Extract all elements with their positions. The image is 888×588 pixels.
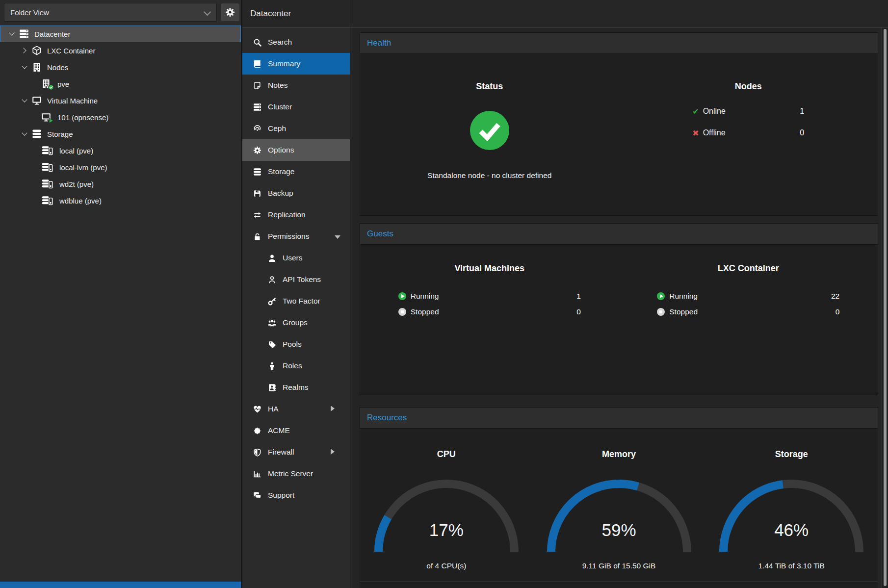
tree-item-virtual-machine[interactable]: Virtual Machine (0, 92, 241, 109)
building-icon (32, 62, 42, 72)
stop-circle-icon (398, 308, 406, 316)
ceph-icon (253, 125, 261, 133)
tree-bottom-splitter[interactable] (0, 582, 241, 588)
tree-item-lxc-container[interactable]: LXC Container (0, 42, 241, 59)
menu-item-metric-server[interactable]: Metric Server (242, 463, 350, 485)
vm-stopped-row: Stopped 0 (398, 304, 581, 320)
storage-percent: 46% (713, 520, 870, 540)
status-message: Standalone node - no cluster defined (427, 171, 551, 180)
virtual-machines-header: Virtual Machines (454, 263, 524, 274)
tree-item-storage-local-lvm[interactable]: local-lvm (pve) (0, 159, 241, 176)
gear-icon (225, 7, 235, 17)
content-scrollbar-thumb[interactable] (884, 29, 887, 586)
person-icon (268, 362, 276, 370)
building-check-icon (41, 79, 52, 89)
address-book-icon (268, 383, 276, 392)
server-rack-icon (253, 103, 261, 111)
gear-icon (253, 146, 261, 154)
menu-item-support[interactable]: Support (242, 485, 350, 506)
nodes-offline-row: Offline 0 (692, 122, 804, 144)
resources-row-separator (360, 581, 878, 582)
play-circle-icon (657, 292, 665, 300)
menu-item-summary[interactable]: Summary (242, 53, 350, 75)
tree-settings-button[interactable] (220, 3, 240, 22)
tree-item-pve[interactable]: pve (0, 76, 241, 92)
view-selector-combobox[interactable]: Folder View (4, 3, 217, 22)
database-drive-icon (41, 146, 54, 155)
tree-menu-divider (241, 0, 242, 588)
summary-content: Health Status Standalone node - no clust… (350, 27, 888, 588)
menu-item-backup[interactable]: Backup (242, 182, 350, 204)
caret-right-icon (331, 449, 335, 455)
menu-item-permissions[interactable]: Permissions (242, 226, 350, 247)
menu-item-roles[interactable]: Roles (242, 355, 350, 377)
cpu-detail: of 4 CPU(s) (426, 562, 466, 570)
view-selector-value: Folder View (10, 8, 49, 17)
menu-item-users[interactable]: Users (242, 247, 350, 269)
database-icon (253, 168, 261, 176)
lxc-running-count: 22 (831, 292, 839, 301)
database-drive-icon (41, 196, 54, 205)
content-scrollbar-track[interactable] (881, 27, 888, 588)
tree-item-vm-101-opnsense[interactable]: 101 (opnsense) (0, 109, 241, 126)
online-count: 1 (800, 107, 804, 116)
menu-item-acme[interactable]: ACME (242, 420, 350, 441)
lxc-stopped-count: 0 (836, 307, 840, 316)
cpu-gauge-column: CPU 17% of 4 CPU(s) (360, 429, 533, 588)
menu-item-two-factor[interactable]: Two Factor (242, 290, 350, 312)
vm-stopped-count: 0 (576, 307, 581, 316)
menu-item-cluster[interactable]: Cluster (242, 96, 350, 118)
nodes-online-row: Online 1 (692, 101, 804, 122)
menu-item-api-tokens[interactable]: API Tokens (242, 269, 350, 290)
tag-icon (268, 340, 276, 349)
database-icon (32, 129, 42, 139)
page-title: Datacenter (250, 9, 291, 19)
chevron-down-icon (22, 131, 28, 137)
cross-icon (692, 128, 699, 138)
menu-item-pools[interactable]: Pools (242, 333, 350, 355)
desktop-icon (32, 96, 42, 105)
certificate-burst-icon (253, 427, 261, 435)
resource-tree-panel: Folder View Datacenter LXC Container Nod… (0, 0, 241, 588)
memory-gauge: 59% (541, 473, 698, 554)
chevron-down-icon (22, 98, 28, 104)
menu-item-ceph[interactable]: Ceph (242, 118, 350, 139)
memory-percent: 59% (541, 520, 698, 540)
menu-item-realms[interactable]: Realms (242, 377, 350, 398)
menu-item-ha[interactable]: HA (242, 398, 350, 420)
tree-item-storage-local[interactable]: local (pve) (0, 142, 241, 159)
menu-item-firewall[interactable]: Firewall (242, 441, 350, 463)
comments-icon (253, 491, 261, 500)
user-outline-icon (268, 276, 276, 284)
floppy-icon (253, 189, 261, 198)
tree-item-datacenter[interactable]: Datacenter (0, 26, 241, 42)
stop-circle-icon (657, 308, 665, 316)
chevron-right-icon (22, 48, 28, 54)
menu-item-storage[interactable]: Storage (242, 161, 350, 182)
chevron-down-icon (22, 64, 28, 71)
search-icon (253, 38, 261, 47)
caret-right-icon (331, 406, 335, 411)
menu-item-options[interactable]: Options (242, 139, 350, 161)
tree-item-storage-wd2t[interactable]: wd2t (pve) (0, 176, 241, 192)
vm-running-count: 1 (576, 292, 581, 301)
storage-gauge: 46% (713, 473, 870, 554)
tree-item-storage[interactable]: Storage (0, 126, 241, 142)
guests-vm-column: Virtual Machines Running 1 Stopped 0 (360, 245, 619, 395)
unlock-icon (253, 232, 261, 241)
resources-panel: Resources CPU 17% of 4 CPU(s) Memory (360, 407, 878, 588)
menu-item-notes[interactable]: Notes (242, 75, 350, 96)
resource-tree: Datacenter LXC Container Nodes pve Virtu… (0, 26, 241, 209)
menu-item-search[interactable]: Search (242, 31, 350, 53)
health-panel: Health Status Standalone node - no clust… (360, 32, 878, 216)
menu-item-groups[interactable]: Groups (242, 312, 350, 333)
tree-item-nodes[interactable]: Nodes (0, 59, 241, 76)
storage-gauge-column: Storage 46% 1.44 TiB of 3.10 TiB (705, 429, 878, 588)
cpu-percent: 17% (368, 520, 525, 540)
memory-header: Memory (602, 449, 636, 460)
tree-item-storage-wdblue[interactable]: wdblue (pve) (0, 192, 241, 209)
menu-item-replication[interactable]: Replication (242, 204, 350, 226)
offline-count: 0 (800, 128, 804, 137)
note-icon (253, 81, 261, 90)
storage-header: Storage (775, 449, 808, 460)
